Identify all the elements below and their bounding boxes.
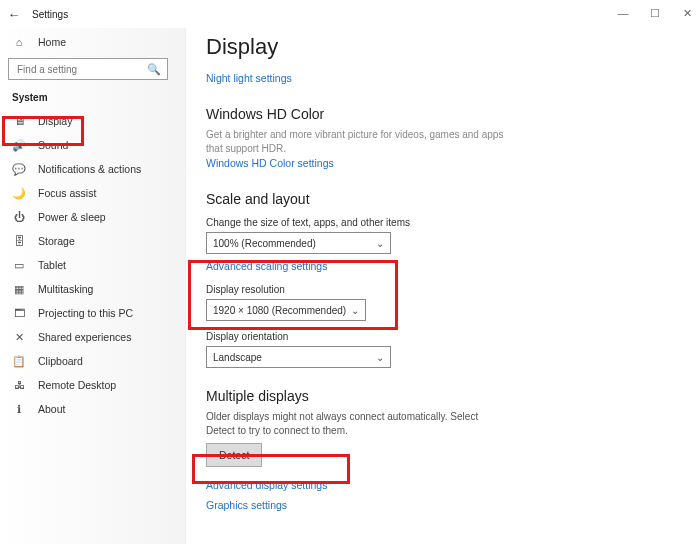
night-light-link[interactable]: Night light settings — [206, 72, 292, 84]
sidebar-item-display[interactable]: 🖥 Display — [0, 109, 185, 133]
back-icon: ← — [8, 7, 21, 22]
resolution-label: Display resolution — [206, 284, 700, 295]
resolution-dropdown[interactable]: 1920 × 1080 (Recommended) ⌄ — [206, 299, 366, 321]
sidebar-item-tablet[interactable]: ▭ Tablet — [0, 253, 185, 277]
titlebar: ← Settings — [0, 0, 700, 28]
sidebar-section-system: System — [0, 88, 185, 109]
sidebar-item-label: Clipboard — [38, 355, 83, 367]
detect-button[interactable]: Detect — [206, 443, 262, 467]
text-size-value: 100% (Recommended) — [213, 238, 316, 249]
sidebar-item-label: Projecting to this PC — [38, 307, 133, 319]
text-size-dropdown[interactable]: 100% (Recommended) ⌄ — [206, 232, 391, 254]
sidebar-item-label: Notifications & actions — [38, 163, 141, 175]
home-nav[interactable]: ⌂ Home — [0, 30, 185, 54]
sound-icon: 🔊 — [12, 139, 26, 152]
window-controls: — ☐ ✕ — [614, 4, 696, 22]
window-title: Settings — [32, 9, 68, 20]
settings-window: ← Settings — ☐ ✕ ⌂ Home 🔍 System 🖥 Disp — [0, 0, 700, 544]
resolution-value: 1920 × 1080 (Recommended) — [213, 305, 346, 316]
clipboard-icon: 📋 — [12, 355, 26, 368]
multitasking-icon: ▦ — [12, 283, 26, 296]
focus-icon: 🌙 — [12, 187, 26, 200]
remote-icon: 🖧 — [12, 379, 26, 391]
sidebar-item-label: Tablet — [38, 259, 66, 271]
minimize-button[interactable]: — — [614, 4, 632, 22]
hd-color-desc: Get a brighter and more vibrant picture … — [206, 128, 506, 155]
search-input[interactable] — [15, 63, 139, 76]
power-icon: ⏻ — [12, 211, 26, 223]
sidebar-item-label: Multitasking — [38, 283, 93, 295]
tablet-icon: ▭ — [12, 259, 26, 272]
home-icon: ⌂ — [12, 36, 26, 48]
storage-icon: 🗄 — [12, 235, 26, 247]
sidebar-item-label: Storage — [38, 235, 75, 247]
hd-color-head: Windows HD Color — [206, 106, 700, 122]
sidebar-item-remote-desktop[interactable]: 🖧 Remote Desktop — [0, 373, 185, 397]
sidebar-item-projecting[interactable]: 🗔 Projecting to this PC — [0, 301, 185, 325]
adv-display-link[interactable]: Advanced display settings — [206, 479, 327, 491]
back-button[interactable]: ← — [0, 0, 28, 28]
search-wrap: 🔍 — [0, 54, 185, 88]
sidebar-item-about[interactable]: ℹ About — [0, 397, 185, 421]
orientation-label: Display orientation — [206, 331, 700, 342]
chevron-down-icon: ⌄ — [351, 305, 359, 316]
sidebar-item-label: About — [38, 403, 65, 415]
sidebar-item-clipboard[interactable]: 📋 Clipboard — [0, 349, 185, 373]
sidebar-item-label: Sound — [38, 139, 68, 151]
sidebar-item-label: Focus assist — [38, 187, 96, 199]
home-label: Home — [38, 36, 66, 48]
close-button[interactable]: ✕ — [678, 4, 696, 22]
chevron-down-icon: ⌄ — [376, 238, 384, 249]
sidebar-item-notifications[interactable]: 💬 Notifications & actions — [0, 157, 185, 181]
search-box[interactable]: 🔍 — [8, 58, 168, 80]
content: Display Night light settings Windows HD … — [186, 28, 700, 544]
sidebar-item-label: Shared experiences — [38, 331, 131, 343]
scale-head: Scale and layout — [206, 191, 700, 207]
sidebar-item-power[interactable]: ⏻ Power & sleep — [0, 205, 185, 229]
shared-icon: ✕ — [12, 331, 26, 344]
sidebar: ⌂ Home 🔍 System 🖥 Display 🔊 Sound 💬 — [0, 28, 186, 544]
text-size-label: Change the size of text, apps, and other… — [206, 217, 700, 228]
multi-displays-desc: Older displays might not always connect … — [206, 410, 506, 437]
sidebar-item-sound[interactable]: 🔊 Sound — [0, 133, 185, 157]
orientation-value: Landscape — [213, 352, 262, 363]
sidebar-item-shared[interactable]: ✕ Shared experiences — [0, 325, 185, 349]
sidebar-item-multitasking[interactable]: ▦ Multitasking — [0, 277, 185, 301]
sidebar-item-label: Remote Desktop — [38, 379, 116, 391]
graphics-settings-link[interactable]: Graphics settings — [206, 499, 287, 511]
adv-scaling-link[interactable]: Advanced scaling settings — [206, 260, 327, 272]
sidebar-item-focus-assist[interactable]: 🌙 Focus assist — [0, 181, 185, 205]
chevron-down-icon: ⌄ — [376, 352, 384, 363]
hd-color-link[interactable]: Windows HD Color settings — [206, 157, 334, 169]
multi-displays-head: Multiple displays — [206, 388, 700, 404]
page-title: Display — [206, 34, 700, 60]
search-icon: 🔍 — [147, 63, 161, 76]
sidebar-item-label: Display — [38, 115, 72, 127]
projecting-icon: 🗔 — [12, 307, 26, 319]
maximize-button[interactable]: ☐ — [646, 4, 664, 22]
sidebar-item-label: Power & sleep — [38, 211, 106, 223]
display-icon: 🖥 — [12, 115, 26, 127]
notifications-icon: 💬 — [12, 163, 26, 176]
sidebar-item-storage[interactable]: 🗄 Storage — [0, 229, 185, 253]
about-icon: ℹ — [12, 403, 26, 416]
orientation-dropdown[interactable]: Landscape ⌄ — [206, 346, 391, 368]
